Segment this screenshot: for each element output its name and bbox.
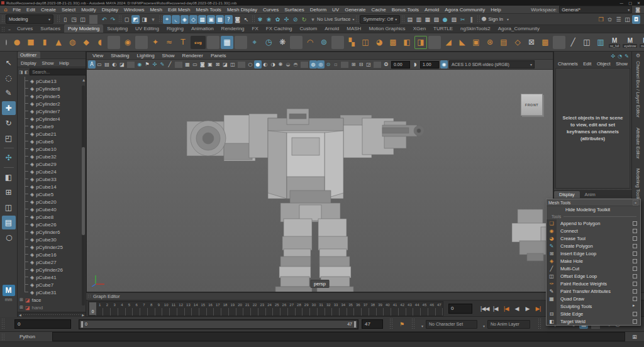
option-box[interactable] [633, 221, 637, 226]
timeline-frame[interactable]: 15 [199, 302, 207, 316]
workspace-select[interactable]: General* [559, 6, 632, 13]
redo-icon[interactable]: ↷ [109, 15, 117, 24]
timeline-frame[interactable]: 32 [325, 302, 333, 316]
close-button[interactable]: ✕ [637, 0, 640, 6]
gamma-icon[interactable]: ◗ [411, 60, 419, 69]
timeline-frame[interactable]: 41 [391, 302, 399, 316]
scroll-up-icon[interactable]: ▲ [82, 78, 85, 82]
zoom-tool[interactable]: ○ [0, 228, 18, 247]
sidebar-tab[interactable]: Attribute Editor [635, 128, 641, 159]
camera-gate-icon[interactable]: ▤ [103, 60, 111, 69]
select-object-icon[interactable]: ◩ [131, 15, 140, 24]
undo-icon[interactable]: ↶ [100, 15, 108, 24]
outliner-item[interactable]: ◈ pCylinder8 [18, 85, 86, 92]
menu-item[interactable]: Mesh Tools [193, 7, 224, 13]
animation-start-field[interactable]: 0 [14, 319, 71, 329]
sign-in-button[interactable]: ☻ Sign In [481, 16, 509, 22]
offset-edge-loop[interactable]: ◫ Offset Edge Loop [547, 272, 640, 280]
axis-icon[interactable]: ✣ [151, 60, 158, 69]
soft-select-icon[interactable]: ? [225, 15, 233, 24]
workspace-lock-icon[interactable]: ◙ [635, 7, 640, 13]
menu-item[interactable]: Surfaces [282, 7, 308, 13]
filter-icon[interactable]: ◨ [19, 70, 23, 75]
menu-item[interactable]: Display [99, 7, 121, 13]
menu-item[interactable]: Windows [121, 7, 147, 13]
grip-handle[interactable] [118, 15, 121, 23]
outliner-menu-item[interactable]: Help [59, 60, 69, 66]
wireframe-icon[interactable]: ○ [247, 60, 254, 69]
outliner-layer-item[interactable]: ⊞ ◪ hand [18, 304, 86, 311]
sidebar-tab[interactable]: Modeling Toolkit [635, 168, 641, 202]
menu-item[interactable]: Mesh Display [224, 7, 260, 13]
character-set-caret-icon[interactable] [419, 319, 423, 330]
timeline-frame[interactable]: 21 [243, 302, 251, 316]
multi-cut[interactable]: ╱ Multi-Cut [547, 265, 640, 272]
expand-icon[interactable]: ⊞ [19, 297, 23, 302]
panel-menu-item[interactable]: Lighting [134, 53, 158, 58]
timeline-frame[interactable]: 9 [155, 302, 163, 316]
grip-handle[interactable] [389, 318, 392, 330]
grip-handle[interactable] [1, 26, 4, 31]
option-box[interactable] [633, 274, 637, 278]
timeline-frame[interactable]: 35 [347, 302, 355, 316]
open-render-view-icon[interactable]: ▤ [406, 15, 414, 24]
sweep-mesh-icon[interactable]: ✦ [149, 36, 162, 49]
outliner-item[interactable]: ◈ pCube14 [18, 183, 86, 190]
gear-icon[interactable]: ⚙ [636, 53, 640, 58]
maya-m-icon[interactable]: M [3, 285, 15, 296]
outliner-horizontal-scrollbar[interactable]: ◀ ▶ [18, 312, 86, 317]
exposure-field[interactable]: 0.00 [391, 61, 410, 69]
keys-icon[interactable]: ✣ [282, 15, 291, 24]
paint-transfer-attributes[interactable]: ✎ Paint Transfer Attributes [547, 287, 640, 295]
menu-item[interactable]: File [10, 7, 24, 13]
timeline-frame[interactable]: 26 [280, 302, 288, 316]
pause-icon[interactable]: ‖ [467, 15, 475, 24]
timeline-frame[interactable]: 27 [288, 302, 296, 316]
separate-icon[interactable]: ◫ [359, 36, 372, 49]
make-hole[interactable]: ◈ Make Hole [547, 257, 640, 265]
poly-cube-icon[interactable]: ■ [25, 36, 37, 49]
poly-disc-icon[interactable]: ◖ [94, 36, 106, 49]
gamma-field[interactable]: 1.00 [420, 61, 439, 69]
option-box[interactable] [633, 267, 637, 271]
timeline-frame[interactable]: 28 [296, 302, 303, 316]
safe-action-icon[interactable]: ⊠ [214, 60, 221, 69]
menu-item[interactable]: Modify [79, 7, 99, 13]
isolate-select-icon[interactable]: ⊙ [325, 60, 332, 69]
timeline-frame[interactable]: 43 [406, 302, 414, 316]
range-slider-bar[interactable]: 0 47 [80, 321, 357, 328]
shelf-minimize-icon[interactable]: – [8, 27, 11, 33]
poly-sphere-icon[interactable]: ● [11, 36, 23, 49]
panel-menu-item[interactable]: Show [159, 53, 178, 58]
outliner-item[interactable]: ◈ pCube33 [18, 175, 86, 183]
panel-menu-item[interactable]: Panels [208, 53, 229, 58]
menu-item[interactable]: Agora Community [442, 7, 488, 13]
show-manipulator-icon[interactable]: ⌖ [248, 36, 261, 49]
scroll-right-icon[interactable]: ▶ [82, 313, 84, 317]
timeline-frame[interactable]: 23 [258, 302, 266, 316]
shelf-tab[interactable]: FX [248, 25, 262, 33]
mash-network-button[interactable]: M nc_full [609, 37, 620, 48]
camera-label[interactable]: persp [310, 280, 330, 288]
menu-item[interactable]: Bonus Tools [389, 7, 421, 13]
separator[interactable] [331, 36, 344, 49]
shelf-tab[interactable]: Motion Graphics [365, 25, 409, 33]
outliner-item[interactable]: ◈ pCube32 [18, 153, 86, 160]
scrollbar-thumb[interactable] [82, 147, 85, 235]
outliner-item[interactable]: ◈ pCylinder26 [18, 266, 86, 273]
menu-item[interactable]: Select [58, 7, 78, 13]
shelf-tab[interactable]: ngSkinTools2 [457, 25, 494, 33]
option-box[interactable] [633, 244, 637, 248]
shelf-tab[interactable]: Rigging [163, 25, 187, 33]
home-icon[interactable]: ⌂ [4, 6, 8, 13]
channel-box-menu-item[interactable]: Show [616, 61, 628, 67]
timeline-frame[interactable]: 33 [332, 302, 340, 316]
anim-layer-caret-icon[interactable] [481, 319, 485, 330]
outliner-item[interactable]: ◈ pCube29 [18, 160, 86, 168]
separator[interactable] [301, 62, 308, 68]
grip-handle[interactable] [87, 294, 91, 299]
whats-new-icon[interactable]: ◘ [632, 15, 640, 24]
viewport-canvas[interactable]: FRONT persp [87, 70, 553, 292]
open-scene-icon[interactable]: ◳ [70, 15, 78, 24]
outliner-item[interactable]: ◈ pCylinder6 [18, 228, 86, 236]
